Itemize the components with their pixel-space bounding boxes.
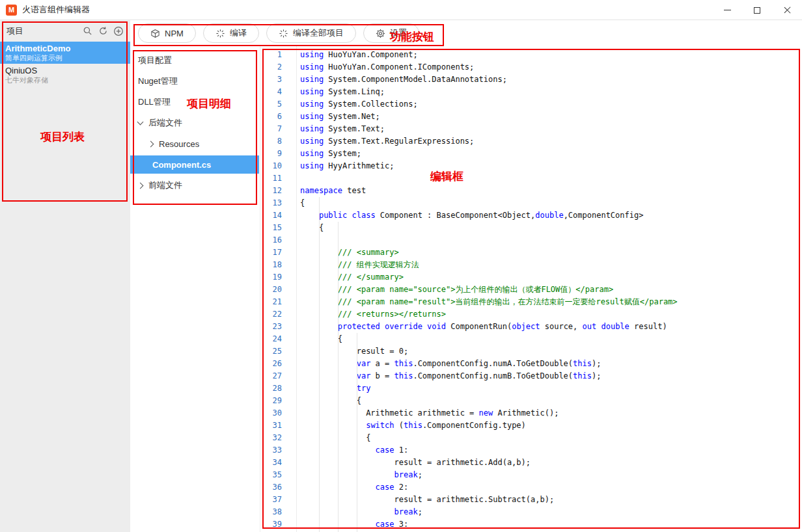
maximize-icon: [754, 7, 760, 14]
code-text: result = 0;: [291, 345, 408, 358]
code-line[interactable]: 8using System.Text.RegularExpressions;: [260, 135, 802, 148]
code-line[interactable]: 4using System.Linq;: [260, 86, 802, 98]
toolbar: NPM 编译 编译全部项目 设置: [130, 20, 802, 46]
code-text: using System;: [291, 148, 361, 160]
code-editor[interactable]: 1using HuoYuYan.Component;2using HuoYuYa…: [260, 46, 802, 532]
npm-button-label: NPM: [165, 29, 184, 38]
code-text: /// <param name="result">当前组件的输出，在方法结束前一…: [291, 296, 678, 308]
tree-item[interactable]: 后端文件: [130, 113, 260, 133]
code-text: case 1:: [291, 444, 408, 457]
code-line[interactable]: 32 {: [260, 432, 802, 444]
tree-item[interactable]: DLL管理: [130, 92, 260, 113]
code-line[interactable]: 23 protected override void ComponentRun(…: [260, 321, 802, 333]
code-line[interactable]: 5using System.Collections;: [260, 98, 802, 111]
project-item[interactable]: QiniuOS七牛对象存储: [0, 64, 130, 86]
code-text: using HuoYuYan.Component.IComponents;: [291, 61, 474, 73]
code-text: case 3:: [291, 518, 408, 531]
code-line[interactable]: 30 Arithmetic arithmetic = new Arithmeti…: [260, 407, 802, 419]
compile-all-button-label: 编译全部项目: [293, 27, 344, 39]
project-item[interactable]: ArithmeticDemo简单四则运算示例: [0, 42, 130, 64]
settings-button[interactable]: 设置: [363, 23, 419, 43]
code-line[interactable]: 9using System;: [260, 148, 802, 160]
code-line[interactable]: 21 /// <param name="result">当前组件的输出，在方法结…: [260, 296, 802, 308]
code-line[interactable]: 19 /// </summary>: [260, 271, 802, 284]
compile-button[interactable]: 编译: [203, 23, 259, 43]
code-line[interactable]: 13{: [260, 197, 802, 209]
line-number: 8: [260, 135, 291, 148]
code-line[interactable]: 17 /// <summary>: [260, 246, 802, 259]
code-text: {: [291, 432, 370, 444]
code-line[interactable]: 33 case 1:: [260, 444, 802, 457]
code-text: [291, 234, 300, 246]
line-number: 20: [260, 284, 291, 296]
tree-item[interactable]: 前端文件: [130, 175, 260, 196]
compile-all-button[interactable]: 编译全部项目: [266, 23, 356, 43]
code-line[interactable]: 14 public class Component : BaseComponen…: [260, 209, 802, 222]
line-number: 35: [260, 469, 291, 481]
tree-item[interactable]: Component.cs: [130, 155, 259, 174]
code-line[interactable]: 35 break;: [260, 469, 802, 481]
line-number: 3: [260, 73, 291, 86]
project-tree: 项目配置Nuget管理DLL管理后端文件ResourcesComponent.c…: [130, 50, 260, 196]
line-number: 39: [260, 518, 291, 531]
code-text: case 2:: [291, 481, 408, 494]
code-line[interactable]: 7using System.Text;: [260, 123, 802, 135]
code-line[interactable]: 6using System.Net;: [260, 111, 802, 123]
minimize-button[interactable]: [712, 0, 742, 20]
line-number: 29: [260, 395, 291, 407]
code-line[interactable]: 29 {: [260, 395, 802, 407]
sidebar-title: 项目: [7, 25, 79, 37]
code-line[interactable]: 39 case 3:: [260, 518, 802, 531]
code-line[interactable]: 26 var a = this.ComponentConfig.numA.ToG…: [260, 358, 802, 370]
tree-item[interactable]: Resources: [130, 133, 260, 154]
line-number: 1: [260, 49, 291, 61]
npm-package-icon: [150, 29, 160, 38]
code-line[interactable]: 20 /// <param name="source">为上个组件的输出（或者F…: [260, 284, 802, 296]
code-line[interactable]: 37 result = arithmetic.Subtract(a,b);: [260, 494, 802, 506]
code-line[interactable]: 11: [260, 172, 802, 185]
code-line[interactable]: 31 switch (this.ComponentConfig.type): [260, 419, 802, 432]
chevron-right-icon: [148, 140, 154, 147]
code-line[interactable]: 28 try: [260, 382, 802, 395]
code-line[interactable]: 24 {: [260, 333, 802, 345]
code-line[interactable]: 1using HuoYuYan.Component;: [260, 49, 802, 61]
maximize-button[interactable]: [742, 0, 772, 20]
code-line[interactable]: 12namespace test: [260, 185, 802, 197]
add-project-button[interactable]: [111, 23, 126, 39]
search-button[interactable]: [79, 23, 95, 39]
code-line[interactable]: 38 break;: [260, 506, 802, 518]
code-line[interactable]: 15 {: [260, 222, 802, 234]
code-line[interactable]: 16: [260, 234, 802, 246]
tree-item-label: 前端文件: [148, 180, 182, 191]
tree-item-label: DLL管理: [138, 96, 171, 108]
refresh-button[interactable]: [95, 23, 111, 39]
code-lines: 1using HuoYuYan.Component;2using HuoYuYa…: [260, 49, 802, 531]
code-line[interactable]: 2using HuoYuYan.Component.IComponents;: [260, 61, 802, 73]
code-line[interactable]: 27 var b = this.ComponentConfig.numB.ToG…: [260, 370, 802, 382]
indent-guide: [338, 222, 339, 532]
line-number: 38: [260, 506, 291, 518]
npm-button[interactable]: NPM: [138, 23, 196, 43]
line-number: 22: [260, 308, 291, 321]
line-number: 10: [260, 160, 291, 172]
tree-item[interactable]: Nuget管理: [130, 71, 260, 92]
title-bar: M 火语言组件编辑器: [0, 0, 802, 20]
close-button[interactable]: [772, 0, 802, 20]
project-detail-panel: 项目配置Nuget管理DLL管理后端文件ResourcesComponent.c…: [130, 46, 260, 532]
code-text: {: [291, 395, 361, 407]
tree-item[interactable]: 项目配置: [130, 50, 260, 71]
code-line[interactable]: 25 result = 0;: [260, 345, 802, 358]
code-line[interactable]: 3using System.ComponentModel.DataAnnotat…: [260, 73, 802, 86]
tree-item-label: Resources: [159, 139, 199, 149]
code-line[interactable]: 34 result = arithmetic.Add(a,b);: [260, 457, 802, 469]
code-text: using System.Text.RegularExpressions;: [291, 135, 474, 148]
code-text: using HuoYuYan.Component;: [291, 49, 418, 61]
code-text: [291, 172, 300, 185]
line-number: 21: [260, 296, 291, 308]
tree-item-label: 后端文件: [148, 117, 182, 129]
code-line[interactable]: 18 /// 组件实现逻辑方法: [260, 259, 802, 271]
code-line[interactable]: 10using HyyArithmetic;: [260, 160, 802, 172]
search-icon: [83, 26, 92, 36]
code-line[interactable]: 22 /// <returns></returns>: [260, 308, 802, 321]
code-line[interactable]: 36 case 2:: [260, 481, 802, 494]
